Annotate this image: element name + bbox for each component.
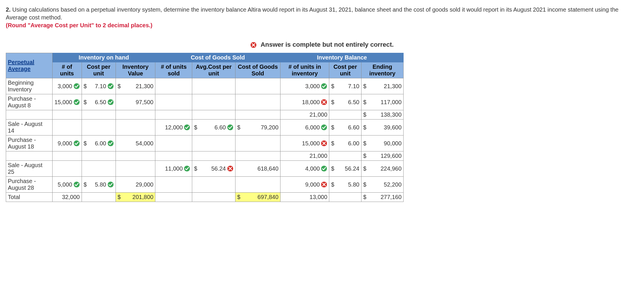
row-label: Purchase - August 8: [6, 94, 53, 110]
table-cell[interactable]: 4,000: [280, 161, 329, 177]
table-cell[interactable]: 6.60: [199, 120, 235, 135]
table-cell[interactable]: 32,000: [52, 193, 82, 202]
check-icon: [107, 181, 114, 188]
check-icon: [321, 165, 327, 172]
hdr-cost-per-unit: Cost per unit: [82, 62, 116, 78]
table-cell: [235, 177, 280, 193]
table-cell[interactable]: 201,800: [122, 193, 155, 202]
row-label: [6, 151, 53, 161]
check-icon: [227, 124, 233, 131]
perpetual-average-link[interactable]: Perpetual Average: [8, 59, 34, 72]
table-cell: $: [192, 161, 199, 177]
table-row: 21,000$138,300: [6, 110, 404, 120]
table-cell: $: [361, 135, 368, 151]
table-cell[interactable]: 15,000: [280, 135, 329, 151]
table-cell[interactable]: 129,600: [368, 151, 403, 161]
table-cell[interactable]: 117,000: [368, 94, 403, 110]
check-icon: [184, 165, 190, 172]
table-cell[interactable]: 21,300: [122, 78, 155, 94]
table-cell[interactable]: 3,000: [280, 78, 329, 94]
table-cell: [116, 110, 122, 120]
table-row: Purchase - August 189,000$6.0054,00015,0…: [6, 135, 404, 151]
table-cell: [235, 94, 280, 110]
table-row: 21,000$129,600: [6, 151, 404, 161]
table-cell[interactable]: 97,500: [122, 94, 155, 110]
table-cell[interactable]: 54,000: [122, 135, 155, 151]
table-cell[interactable]: 90,000: [368, 135, 403, 151]
table-cell: [52, 161, 82, 177]
table-cell[interactable]: 224,960: [368, 161, 403, 177]
table-cell[interactable]: 12,000: [155, 120, 192, 135]
table-cell: $: [361, 161, 368, 177]
table-cell: [235, 135, 280, 151]
table-cell[interactable]: 6,000: [280, 120, 329, 135]
table-cell: [235, 110, 280, 120]
table-cell[interactable]: $5.80: [329, 177, 361, 193]
table-cell[interactable]: 21,000: [280, 110, 329, 120]
table-cell[interactable]: $7.10: [82, 78, 116, 94]
table-cell: [155, 78, 192, 94]
question-hint: (Round "Average Cost per Unit" to 2 deci…: [6, 22, 152, 28]
hdr-avg-cost: Avg.Cost per unit: [192, 62, 235, 78]
table-cell[interactable]: 618,640: [235, 161, 280, 177]
hdr-inv-value: Inventory Value: [116, 62, 155, 78]
hdr-ending-inv: Ending inventory: [361, 62, 403, 78]
hdr-units-sold: # of units sold: [155, 62, 192, 78]
table-cell: [192, 110, 199, 120]
table-cell: [82, 151, 116, 161]
table-cell[interactable]: 5,000: [52, 177, 82, 193]
table-cell[interactable]: $6.60: [329, 120, 361, 135]
table-cell[interactable]: 15,000: [52, 94, 82, 110]
table-cell: [155, 135, 192, 151]
table-cell[interactable]: $56.24: [329, 161, 361, 177]
table-cell[interactable]: 21,300: [368, 78, 403, 94]
check-icon: [73, 99, 80, 105]
table-cell[interactable]: 56.24: [199, 161, 235, 177]
table-cell: [329, 193, 361, 202]
table-cell: [122, 120, 155, 135]
hdr-inventory-balance: Inventory Balance: [280, 53, 404, 62]
table-row: Sale - August 1412,000$6.60$79,2006,000$…: [6, 120, 404, 135]
table-cell[interactable]: $7.10: [329, 78, 361, 94]
hdr-units-inv: # of units in inventory: [280, 62, 329, 78]
table-cell: [199, 135, 235, 151]
table-cell[interactable]: 138,300: [368, 110, 403, 120]
table-cell: $: [361, 151, 368, 161]
table-cell: [192, 177, 199, 193]
table-cell: [235, 151, 280, 161]
table-cell[interactable]: $6.50: [82, 94, 116, 110]
table-cell[interactable]: 9,000: [52, 135, 82, 151]
table-cell[interactable]: 3,000: [52, 78, 82, 94]
table-cell[interactable]: $6.50: [329, 94, 361, 110]
table-cell: $: [116, 193, 122, 202]
check-icon: [73, 140, 80, 147]
table-cell: [192, 135, 199, 151]
table-cell[interactable]: $6.00: [329, 135, 361, 151]
table-cell[interactable]: 277,160: [368, 193, 403, 202]
table-cell: $: [361, 94, 368, 110]
x-icon: [250, 42, 257, 48]
table-cell: [192, 78, 199, 94]
table-cell: [155, 94, 192, 110]
table-cell: [82, 110, 116, 120]
question-body: Using calculations based on a perpetual …: [6, 6, 618, 21]
table-cell[interactable]: $6.00: [82, 135, 116, 151]
table-cell[interactable]: 39,600: [368, 120, 403, 135]
table-cell[interactable]: 21,000: [280, 151, 329, 161]
table-cell[interactable]: 18,000: [280, 94, 329, 110]
table-cell[interactable]: 29,000: [122, 177, 155, 193]
table-cell: [116, 161, 122, 177]
check-icon: [321, 83, 327, 89]
table-cell: [199, 151, 235, 161]
table-cell[interactable]: 13,000: [280, 193, 329, 202]
table-cell[interactable]: 11,000: [155, 161, 192, 177]
table-cell[interactable]: 52,200: [368, 177, 403, 193]
hdr-num-units: # of units: [52, 62, 82, 78]
table-cell: $: [192, 120, 199, 135]
table-cell[interactable]: $79,200: [235, 120, 280, 135]
table-cell[interactable]: 9,000: [280, 177, 329, 193]
table-cell: [192, 193, 199, 202]
table-cell[interactable]: $697,840: [235, 193, 280, 202]
table-cell[interactable]: $5.80: [82, 177, 116, 193]
hdr-cogs: Cost of Goods Sold: [155, 53, 280, 62]
